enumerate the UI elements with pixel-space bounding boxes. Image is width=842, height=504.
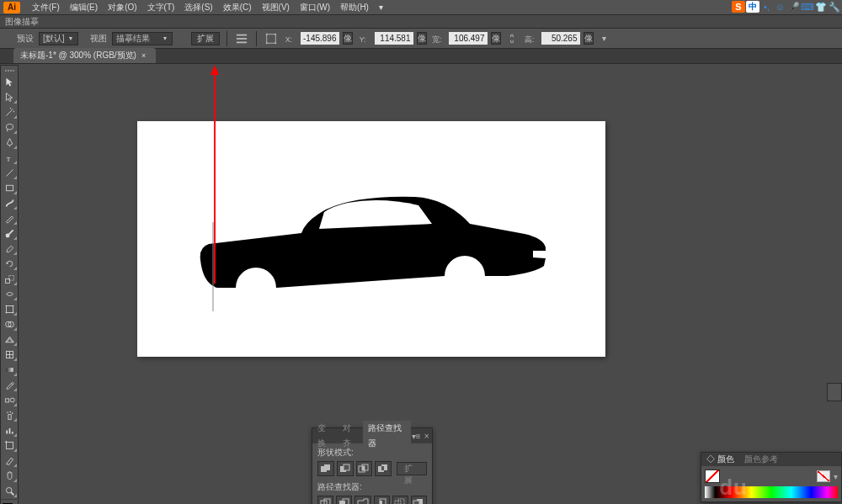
divider bbox=[226, 31, 227, 46]
document-tab-bar: 未标题-1* @ 300% (RGB/预览) × bbox=[0, 49, 842, 64]
ime-language-toggle[interactable]: 中 bbox=[746, 1, 759, 13]
pen-tool[interactable] bbox=[1, 135, 18, 150]
magic-wand-tool[interactable] bbox=[1, 104, 18, 119]
preset-dropdown[interactable]: [默认]▼ bbox=[39, 32, 78, 45]
expand-button[interactable]: 扩展 bbox=[191, 32, 220, 45]
panel-grip-icon[interactable] bbox=[1, 67, 18, 74]
menu-overflow-icon[interactable]: ▾ bbox=[379, 3, 383, 12]
menu-select[interactable]: 选择(S) bbox=[179, 0, 217, 15]
ime-logo-icon[interactable]: S bbox=[732, 1, 745, 13]
color-spectrum[interactable] bbox=[705, 486, 838, 498]
paintbrush-tool[interactable] bbox=[1, 195, 18, 210]
lasso-tool[interactable] bbox=[1, 119, 18, 135]
outline-button[interactable] bbox=[392, 496, 408, 504]
x-unit-icon[interactable]: 像 bbox=[343, 32, 353, 45]
ime-emoji-icon[interactable]: ☺ bbox=[774, 1, 786, 13]
svg-point-31 bbox=[10, 398, 14, 402]
link-wh-icon[interactable] bbox=[504, 32, 520, 45]
svg-line-14 bbox=[6, 169, 13, 176]
document-tab[interactable]: 未标题-1* @ 300% (RGB/预览) × bbox=[13, 48, 156, 63]
pf-expand-button[interactable]: 扩展 bbox=[397, 462, 427, 475]
svg-rect-61 bbox=[381, 466, 384, 470]
app-logo-icon: Ai bbox=[3, 2, 20, 13]
trace-options-icon[interactable] bbox=[234, 32, 249, 45]
menu-file[interactable]: 文件(F) bbox=[27, 0, 65, 15]
mesh-tool[interactable] bbox=[1, 347, 18, 362]
trim-button[interactable] bbox=[336, 496, 352, 504]
transform-icon[interactable] bbox=[264, 32, 279, 45]
width-tool[interactable] bbox=[1, 286, 18, 301]
perspective-grid-tool[interactable] bbox=[1, 332, 18, 347]
zoom-tool[interactable] bbox=[1, 483, 18, 498]
tab-color-guide[interactable]: 颜色参考 bbox=[739, 454, 783, 465]
intersect-button[interactable] bbox=[356, 461, 373, 476]
h-value[interactable]: 50.265 bbox=[541, 32, 580, 45]
svg-point-48 bbox=[450, 258, 479, 287]
shape-builder-tool[interactable] bbox=[1, 316, 18, 332]
minus-front-button[interactable] bbox=[337, 461, 354, 476]
view-dropdown[interactable]: 描摹结果▼ bbox=[112, 32, 173, 45]
eyedropper-tool[interactable] bbox=[1, 377, 18, 392]
menu-window[interactable]: 窗口(W) bbox=[295, 0, 335, 15]
divide-button[interactable] bbox=[317, 496, 333, 504]
options-menu-icon[interactable]: ▾ bbox=[597, 32, 612, 45]
ime-toolbox-icon[interactable]: 🔧 bbox=[828, 1, 840, 13]
menu-edit[interactable]: 编辑(E) bbox=[65, 0, 103, 15]
panel-close-icon[interactable]: × bbox=[421, 432, 432, 441]
menu-view[interactable]: 视图(V) bbox=[257, 0, 295, 15]
direct-selection-tool[interactable] bbox=[1, 89, 18, 104]
artboard-tool[interactable] bbox=[1, 438, 18, 453]
tab-pathfinder[interactable]: 路径查找器 bbox=[363, 421, 411, 451]
column-graph-tool[interactable] bbox=[1, 422, 18, 438]
blend-tool[interactable] bbox=[1, 392, 18, 407]
unite-button[interactable] bbox=[317, 461, 334, 476]
ime-punct-icon[interactable]: •, bbox=[760, 1, 773, 13]
svg-point-33 bbox=[7, 411, 8, 413]
scale-tool[interactable] bbox=[1, 271, 18, 286]
menu-effect[interactable]: 效果(C) bbox=[218, 0, 257, 15]
tab-color[interactable]: ◇ 颜色 bbox=[701, 454, 739, 465]
svg-rect-71 bbox=[413, 501, 419, 504]
panel-menu-icon[interactable]: ▾≡ bbox=[411, 432, 422, 441]
symbol-sprayer-tool[interactable] bbox=[1, 407, 18, 422]
w-unit-icon[interactable]: 像 bbox=[491, 32, 501, 45]
eraser-tool[interactable] bbox=[1, 241, 18, 256]
crop-button[interactable] bbox=[374, 496, 390, 504]
blob-brush-tool[interactable] bbox=[1, 225, 18, 241]
hand-tool[interactable] bbox=[1, 468, 18, 483]
ime-keyboard-icon[interactable]: ⌨ bbox=[801, 1, 813, 13]
exclude-button[interactable] bbox=[375, 461, 392, 476]
line-tool[interactable] bbox=[1, 165, 18, 180]
svg-rect-39 bbox=[6, 442, 13, 448]
close-icon[interactable]: × bbox=[141, 51, 146, 60]
free-transform-tool[interactable] bbox=[1, 301, 18, 316]
menu-type[interactable]: 文字(T) bbox=[142, 0, 180, 15]
minus-back-button[interactable] bbox=[411, 496, 427, 504]
none-swatch-icon[interactable] bbox=[817, 470, 830, 482]
menu-help[interactable]: 帮助(H) bbox=[335, 0, 374, 15]
right-panel-stub[interactable] bbox=[827, 383, 842, 401]
svg-rect-53 bbox=[324, 464, 330, 470]
type-tool[interactable]: T bbox=[1, 150, 18, 165]
pencil-tool[interactable] bbox=[1, 210, 18, 225]
svg-text:高:: 高: bbox=[525, 34, 534, 43]
merge-button[interactable] bbox=[354, 496, 370, 504]
svg-rect-4 bbox=[265, 33, 267, 34]
y-unit-icon[interactable]: 像 bbox=[417, 32, 427, 45]
selection-tool[interactable] bbox=[1, 74, 18, 89]
w-value[interactable]: 106.497 bbox=[449, 32, 488, 45]
rectangle-tool[interactable] bbox=[1, 180, 18, 195]
canvas[interactable]: 变换 对齐 路径查找器 ▾≡ × 形状模式: 扩展 路径查找器: bbox=[19, 65, 842, 504]
h-unit-icon[interactable]: 像 bbox=[584, 32, 594, 45]
y-value[interactable]: 114.581 bbox=[375, 32, 413, 45]
slice-tool[interactable] bbox=[1, 453, 18, 468]
ime-mic-icon[interactable]: 🎤 bbox=[787, 1, 800, 13]
menu-object[interactable]: 对象(O) bbox=[103, 0, 141, 15]
x-value[interactable]: -145.896 bbox=[301, 32, 339, 45]
color-panel-swatch[interactable] bbox=[705, 470, 720, 483]
rotate-tool[interactable] bbox=[1, 256, 18, 271]
gradient-tool[interactable] bbox=[1, 362, 18, 377]
svg-rect-55 bbox=[344, 464, 349, 470]
svg-point-21 bbox=[12, 305, 13, 306]
ime-skin-icon[interactable]: 👕 bbox=[814, 1, 827, 13]
